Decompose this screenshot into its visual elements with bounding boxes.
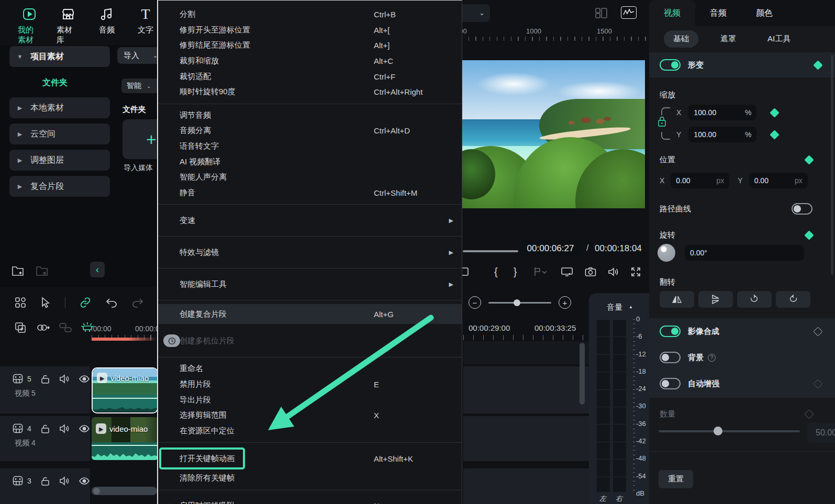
menu-item-7[interactable]: 音频分离Ctrl+Alt+D <box>158 123 462 139</box>
transform-keyframe-icon[interactable] <box>813 60 822 70</box>
manage-tracks-icon[interactable] <box>15 297 26 308</box>
menu-item-23[interactable]: 清除所有关键帧 <box>158 471 462 486</box>
menu-item-20[interactable]: 选择剪辑范围X <box>158 408 462 423</box>
link-clips-icon[interactable] <box>79 296 92 309</box>
lock-track-icon[interactable] <box>41 374 50 384</box>
menu-item-15[interactable]: 创建复合片段Alt+G <box>158 304 462 324</box>
position-y-input[interactable]: 0.00 px <box>749 173 808 188</box>
compositing-keyframe-icon[interactable] <box>813 327 822 336</box>
mark-out-icon[interactable]: } <box>514 266 517 278</box>
fullscreen-icon[interactable] <box>631 267 641 277</box>
collapse-panel-button[interactable]: ‹ <box>90 262 105 277</box>
path-curve-toggle[interactable] <box>792 203 812 215</box>
mute-track-icon[interactable] <box>59 476 70 486</box>
mute-track-icon[interactable] <box>59 374 70 384</box>
scale-y-keyframe-icon[interactable] <box>770 130 780 139</box>
tab-color[interactable]: 颜色 <box>741 0 787 26</box>
video-scope-icon[interactable] <box>621 6 637 19</box>
zoom-out-button[interactable]: − <box>469 296 481 309</box>
mark-in-icon[interactable]: { <box>494 266 498 278</box>
menu-item-24[interactable]: ✓启用时间线吸附N <box>158 494 462 504</box>
menu-item-6[interactable]: 调节音频 <box>158 108 462 124</box>
position-keyframe-icon[interactable] <box>804 155 814 164</box>
track-lane-4[interactable] <box>463 416 589 461</box>
scale-x-input[interactable]: 100.00 % <box>688 105 756 120</box>
current-timecode[interactable]: 00:00:06:27 <box>520 240 581 257</box>
redo-icon[interactable] <box>131 297 144 308</box>
rotate-keyframe-icon[interactable] <box>804 230 814 240</box>
menu-item-17[interactable]: 重命名 <box>158 361 462 377</box>
scrollbar-knob[interactable] <box>93 488 100 495</box>
menu-item-14[interactable]: 智能编辑工具▶ <box>158 272 462 296</box>
rotate-cw-button[interactable] <box>737 291 772 308</box>
inspector-scrollbar[interactable] <box>831 55 833 275</box>
amount-slider-handle[interactable] <box>714 427 722 435</box>
subtab-mask[interactable]: 遮罩 <box>711 30 745 48</box>
link-out-icon[interactable] <box>37 322 50 333</box>
track-lane-5[interactable] <box>463 366 589 413</box>
reset-button[interactable]: 重置 <box>659 470 693 488</box>
menu-item-19[interactable]: 导出片段 <box>158 392 462 408</box>
rotate-ccw-button[interactable] <box>776 291 810 308</box>
horizontal-scrollbar[interactable] <box>92 487 157 495</box>
sidebar-item-2[interactable]: ▶调整图层 <box>9 150 110 171</box>
media-tab-3[interactable]: T文字 <box>134 6 157 45</box>
menu-item-0[interactable]: 分割Ctrl+B <box>158 7 462 23</box>
auto-enhance-toggle[interactable] <box>660 378 681 389</box>
speaker-icon[interactable] <box>608 267 619 277</box>
hide-track-icon[interactable] <box>79 477 90 485</box>
media-tab-2[interactable]: 音频 <box>95 6 118 45</box>
transform-toggle[interactable] <box>660 59 681 71</box>
sidebar-item-0[interactable]: ▶本地素材 <box>9 97 110 118</box>
lock-track-icon[interactable] <box>41 424 50 433</box>
menu-item-22[interactable]: 打开关键帧动画Alt+Shift+K <box>158 446 462 471</box>
compositing-toggle[interactable] <box>660 326 681 337</box>
menu-item-2[interactable]: 修剪结尾至游标位置Alt+] <box>158 38 462 53</box>
marker-icon[interactable] <box>532 266 548 277</box>
media-tab-0[interactable]: 我的素材 <box>18 6 41 45</box>
zoom-slider-handle[interactable] <box>514 299 520 306</box>
menu-item-18[interactable]: 禁用片段E <box>158 377 462 393</box>
sidebar-item-3[interactable]: ▶复合片段 <box>9 176 110 197</box>
hide-track-icon[interactable] <box>79 375 90 383</box>
lock-track-icon[interactable] <box>41 476 50 486</box>
menu-item-1[interactable]: 修剪开头至游标位置Alt+[ <box>158 23 462 38</box>
layout-grid-icon[interactable] <box>595 7 608 19</box>
subtab-basic[interactable]: 基础 <box>664 30 698 48</box>
menu-item-12[interactable]: 变速▶ <box>158 208 462 232</box>
zoom-in-button[interactable]: + <box>559 296 571 309</box>
menu-item-11[interactable]: 静音Ctrl+Shift+M <box>158 185 462 201</box>
delete-folder-icon[interactable] <box>36 265 48 276</box>
help-icon[interactable]: ? <box>708 354 716 362</box>
tab-audio[interactable]: 音频 <box>695 0 741 26</box>
auto-enhance-keyframe-icon[interactable] <box>813 379 822 388</box>
undo-icon[interactable] <box>105 297 118 308</box>
rotate-input[interactable]: 0.00° <box>685 245 804 261</box>
background-toggle[interactable] <box>660 352 681 363</box>
subtab-ai-tools[interactable]: AI工具 <box>758 30 800 48</box>
amount-slider[interactable] <box>659 430 800 432</box>
flip-vertical-button[interactable] <box>698 291 733 308</box>
video-preview[interactable] <box>462 60 645 208</box>
menu-item-21[interactable]: 在资源区中定位 <box>158 423 462 439</box>
zoom-slider[interactable] <box>488 302 551 304</box>
position-x-input[interactable]: 0.00 px <box>671 173 729 188</box>
clip-video-5[interactable]: ▶ video-miao <box>92 367 158 413</box>
clip-video-4[interactable]: ▶ video-miao <box>92 417 158 460</box>
menu-item-5[interactable]: 顺时针旋转90度Ctrl+Alt+Right <box>158 84 462 100</box>
menu-item-4[interactable]: 裁切适配Ctrl+F <box>158 69 462 84</box>
menu-item-9[interactable]: AI 视频翻译 <box>158 154 462 170</box>
sidebar-item-project[interactable]: ▼ 项目素材 <box>9 46 110 67</box>
timeline-ruler-right[interactable]: 00:00:29:00 00:00:33:25 <box>463 316 589 341</box>
sidebar-folder-link[interactable]: 文件夹 <box>0 77 110 88</box>
menu-item-10[interactable]: 智能人声分离 <box>158 170 462 185</box>
select-tool-icon[interactable] <box>40 297 51 308</box>
snapshot-camera-icon[interactable] <box>585 267 596 277</box>
tab-video[interactable]: 视频 <box>649 0 695 26</box>
track-lane-3[interactable] <box>463 468 589 504</box>
duplicate-clip-icon[interactable] <box>15 322 26 333</box>
vertical-scrollbar[interactable] <box>580 343 585 405</box>
unlink-icon[interactable] <box>59 322 72 333</box>
display-output-icon[interactable] <box>561 266 573 277</box>
scale-x-keyframe-icon[interactable] <box>770 108 780 117</box>
